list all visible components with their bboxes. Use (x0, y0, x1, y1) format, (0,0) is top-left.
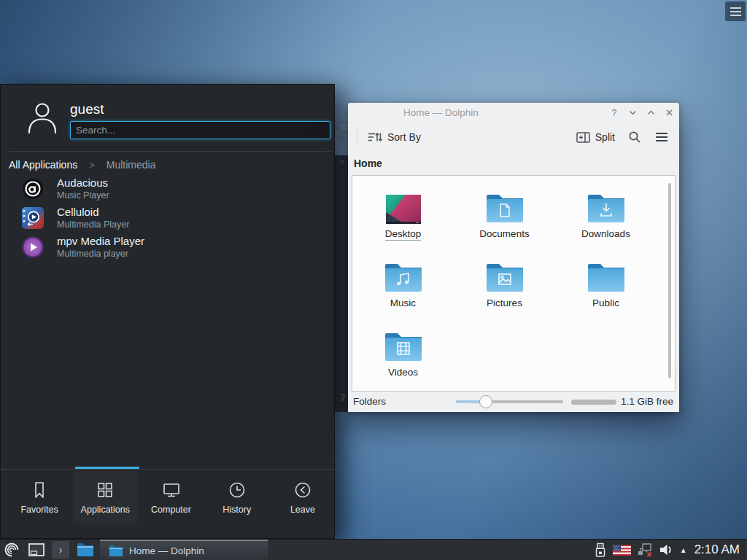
grid-icon (96, 481, 115, 499)
divider (0, 469, 335, 470)
status-count-fragment: 7 (340, 392, 346, 403)
folder-view[interactable]: Desktop Documen (352, 175, 676, 392)
folder-item-documents[interactable]: Documents (457, 182, 552, 251)
app-item-audacious[interactable]: Audacious Music Player (0, 174, 233, 203)
tab-favorites[interactable]: Favorites (7, 471, 71, 524)
status-bar: Folders 1.1 GiB free (348, 392, 679, 412)
keyboard-layout-us-flag-icon[interactable] (613, 545, 631, 556)
maximize-button[interactable] (645, 107, 657, 119)
app-description: Multimedia Player (57, 219, 129, 230)
panel-expand-button[interactable]: › (52, 541, 69, 559)
active-tab-indicator (75, 467, 139, 469)
audacious-icon (22, 178, 44, 200)
hamburger-icon (730, 7, 741, 9)
volume-icon[interactable] (659, 543, 673, 556)
folder-count-label: Folders (353, 392, 386, 412)
tab-applications[interactable]: Applications (73, 471, 137, 524)
leave-icon (293, 481, 312, 499)
breadcrumb-home[interactable]: Home (354, 158, 382, 169)
user-avatar[interactable] (25, 100, 60, 135)
folder-item-pictures[interactable]: Pictures (457, 251, 552, 320)
removable-device-icon[interactable] (595, 542, 606, 558)
network-disconnected-icon[interactable] (638, 542, 652, 557)
breadcrumb: All Applications > Multimedia (9, 157, 155, 173)
folder-item-desktop[interactable]: Desktop (356, 182, 451, 251)
breadcrumb-all-applications[interactable]: All Applications (9, 159, 77, 171)
search-icon[interactable] (628, 131, 641, 144)
user-name: guest (70, 101, 104, 117)
split-icon[interactable] (576, 131, 590, 144)
split-button[interactable]: Split (595, 131, 615, 143)
app-description: Music Player (57, 190, 109, 201)
tab-leave[interactable]: Leave (271, 471, 335, 524)
videos-folder-icon (384, 320, 423, 362)
system-tray: ▲ (595, 542, 687, 558)
app-launcher-button[interactable] (2, 541, 20, 559)
minimize-button[interactable] (627, 107, 638, 119)
chevron-right-icon: > (339, 156, 345, 167)
dolphin-launcher-icon[interactable] (77, 541, 94, 559)
folder-icon (109, 545, 123, 557)
app-name: Audacious (57, 176, 109, 190)
folder-item-downloads[interactable]: Downloads (559, 182, 654, 251)
divider (9, 151, 332, 152)
disk-usage-bar (571, 400, 616, 405)
close-button[interactable] (663, 107, 675, 119)
desktop-toolbox-button[interactable] (725, 1, 746, 21)
pictures-folder-icon (485, 251, 525, 293)
downloads-folder-icon (587, 182, 626, 224)
slider-handle[interactable] (479, 395, 492, 408)
app-item-celluloid[interactable]: Celluloid Multimedia Player (0, 203, 233, 233)
location-bar[interactable]: Home (348, 152, 679, 175)
titlebar[interactable]: Home — Dolphin ? (348, 103, 679, 122)
mpv-icon (22, 236, 44, 258)
tab-computer[interactable]: Computer (139, 471, 203, 524)
chevron-right-icon: > (89, 160, 95, 171)
window-title: Home — Dolphin (403, 103, 479, 122)
toolbar: Sort By Split (348, 122, 679, 152)
bookmark-icon (30, 481, 49, 499)
app-name: Celluloid (57, 206, 129, 219)
sort-icon (367, 130, 382, 144)
sort-by-button[interactable]: Sort By (387, 131, 421, 143)
documents-folder-icon (485, 182, 525, 224)
dolphin-window: Home — Dolphin ? (348, 103, 679, 412)
hamburger-menu-icon[interactable] (654, 131, 669, 143)
music-folder-icon (384, 251, 423, 293)
folder-item-music[interactable]: Music (356, 251, 451, 320)
desktop-preview-icon (386, 182, 421, 224)
clock[interactable]: 2:10 AM (694, 542, 740, 557)
task-title: Home — Dolphin (129, 545, 204, 556)
breadcrumb-multimedia: Multimedia (107, 159, 156, 171)
clock-icon (228, 481, 247, 499)
tab-history[interactable]: History (205, 471, 269, 524)
app-name: mpv Media Player (57, 235, 144, 248)
chevron-right-icon: › (59, 544, 63, 556)
taskbar-task-dolphin[interactable]: Home — Dolphin (100, 540, 268, 560)
search-input[interactable] (70, 121, 330, 139)
public-folder-icon (587, 251, 626, 293)
monitor-icon (162, 481, 181, 499)
desktop: Places Home Desktop Documents Downloads … (0, 0, 747, 560)
zoom-slider[interactable] (456, 392, 563, 412)
folder-item-public[interactable]: Public (559, 251, 654, 320)
virtual-desktop-pager[interactable] (28, 542, 45, 557)
celluloid-icon (22, 207, 44, 229)
app-item-mpv[interactable]: mpv Media Player Multimedia player (0, 233, 233, 262)
help-button[interactable]: ? (608, 107, 620, 119)
folder-item-videos[interactable]: Videos (356, 320, 451, 389)
taskbar-panel: › Home — Dolphin (0, 539, 747, 560)
app-description: Multimedia player (57, 248, 144, 260)
free-space-label: 1.1 GiB free (621, 392, 673, 412)
vertical-scrollbar[interactable] (668, 183, 671, 378)
toolbar-separator (357, 129, 357, 145)
tray-expander-caret-icon[interactable]: ▲ (680, 546, 687, 554)
